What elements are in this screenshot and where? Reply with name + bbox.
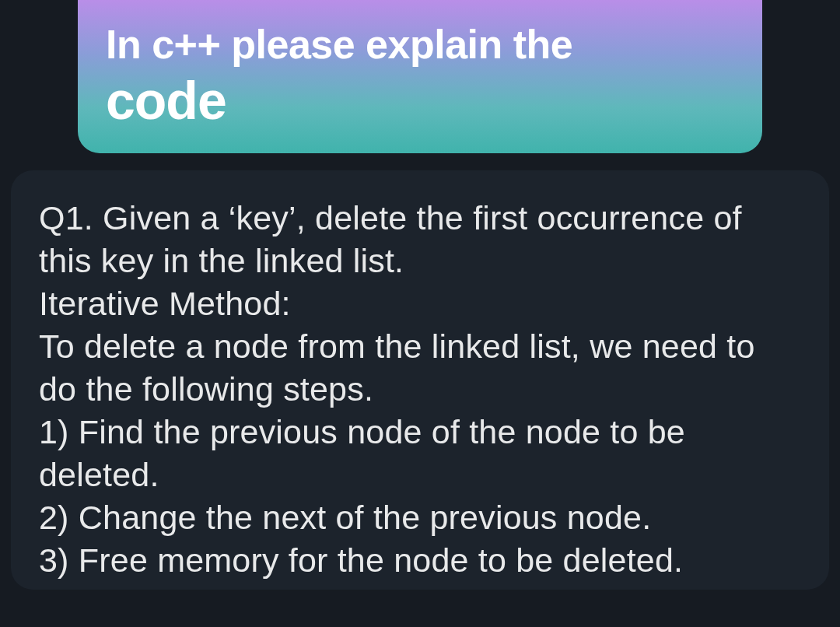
question-intro: Q1. Given a ‘key’, delete the first occu… (39, 197, 801, 282)
method-label: Iterative Method: (39, 282, 801, 325)
step-1: 1) Find the previous node of the node to… (39, 411, 801, 496)
header-card: In c++ please explain the code (78, 0, 762, 153)
method-intro: To delete a node from the linked list, w… (39, 325, 801, 411)
step-3: 3) Free memory for the node to be delete… (39, 539, 801, 582)
header-title-line1: In c++ please explain the (106, 22, 734, 68)
content-card: Q1. Given a ‘key’, delete the first occu… (11, 170, 829, 590)
step-2: 2) Change the next of the previous node. (39, 496, 801, 539)
question-body: Q1. Given a ‘key’, delete the first occu… (39, 197, 801, 582)
header-title-line2: code (106, 72, 734, 130)
